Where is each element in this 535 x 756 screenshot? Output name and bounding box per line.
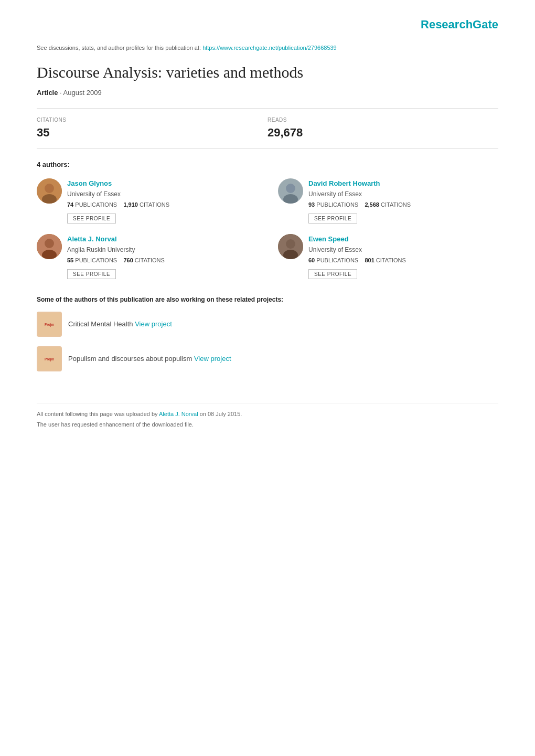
- footer-uploader-name[interactable]: Aletta J. Norval: [159, 411, 198, 417]
- article-type-line: Article · August 2009: [37, 88, 498, 98]
- reads-label: READS: [268, 116, 498, 124]
- brand-header: ResearchGate: [37, 10, 498, 44]
- author-stats-jason: 74 PUBLICATIONS 1,910 CITATIONS: [67, 200, 257, 209]
- see-profile-button-david[interactable]: SEE PROFILE: [308, 214, 357, 223]
- author-institution-ewen: University of Essex: [308, 245, 498, 254]
- project-thumbnail-2: Projm: [37, 346, 62, 371]
- author-name-david[interactable]: David Robert Howarth: [308, 178, 498, 189]
- author-card-ewen: Ewen Speed University of Essex 60 PUBLIC…: [278, 234, 498, 279]
- author-card-aletta: Aletta J. Norval Anglia Ruskin Universit…: [37, 234, 257, 279]
- related-projects-section: Some of the authors of this publication …: [37, 295, 498, 371]
- citations-value: 35: [37, 124, 268, 141]
- ewen-cit-count: 801: [365, 257, 374, 263]
- aletta-cit-count: 760: [123, 257, 133, 263]
- project-thumbnail-1: Projm: [37, 312, 62, 337]
- project-text-1: Critical Mental Health View project: [68, 319, 172, 329]
- meta-link-line: See discussions, stats, and author profi…: [37, 44, 498, 52]
- author-info-aletta: Aletta J. Norval Anglia Ruskin Universit…: [67, 234, 257, 279]
- author-name-ewen[interactable]: Ewen Speed: [308, 234, 498, 244]
- svg-text:Projm: Projm: [45, 323, 54, 327]
- svg-point-1: [45, 184, 54, 193]
- jason-cit-count: 1,910: [123, 201, 138, 208]
- aletta-pub-label: PUBLICATIONS: [75, 257, 117, 263]
- jason-pub-label: PUBLICATIONS: [75, 201, 117, 208]
- author-name-aletta[interactable]: Aletta J. Norval: [67, 234, 257, 244]
- article-type-label: Article: [37, 89, 58, 97]
- avatar-jason: [37, 178, 62, 204]
- meta-link-prefix: See discussions, stats, and author profi…: [37, 45, 201, 51]
- author-institution-aletta: Anglia Ruskin University: [67, 245, 257, 254]
- author-info-ewen: Ewen Speed University of Essex 60 PUBLIC…: [308, 234, 498, 279]
- footer-upload-prefix: All content following this page was uplo…: [37, 411, 158, 417]
- project-view-link-2[interactable]: View project: [194, 355, 231, 363]
- project-item-2: Projm Populism and discourses about popu…: [37, 346, 498, 371]
- citations-label: CITATIONS: [37, 116, 268, 124]
- related-projects-label: Some of the authors of this publication …: [37, 295, 498, 304]
- author-card-david: David Robert Howarth University of Essex…: [278, 178, 498, 223]
- project-text-2: Populism and discourses about populism V…: [68, 354, 231, 364]
- page-footer: All content following this page was uplo…: [37, 403, 498, 429]
- david-cit-count: 2,568: [365, 201, 379, 208]
- project-view-link-1[interactable]: View project: [135, 320, 172, 328]
- footer-upload-line: All content following this page was uplo…: [37, 410, 498, 419]
- david-pub-label: PUBLICATIONS: [316, 201, 358, 208]
- svg-point-7: [45, 239, 54, 248]
- citations-block: CITATIONS 35: [37, 116, 268, 141]
- author-stats-aletta: 55 PUBLICATIONS 760 CITATIONS: [67, 256, 257, 265]
- author-name-jason[interactable]: Jason Glynos: [67, 178, 257, 189]
- david-pub-count: 93: [308, 201, 315, 208]
- author-card-jason: Jason Glynos University of Essex 74 PUBL…: [37, 178, 257, 223]
- jason-pub-count: 74: [67, 201, 73, 208]
- avatar-ewen: [278, 234, 303, 259]
- svg-text:Projm: Projm: [45, 357, 54, 361]
- author-info-jason: Jason Glynos University of Essex 74 PUBL…: [67, 178, 257, 223]
- reads-block: READS 29,678: [268, 116, 498, 141]
- ewen-pub-label: PUBLICATIONS: [316, 257, 358, 263]
- see-profile-button-jason[interactable]: SEE PROFILE: [67, 214, 116, 223]
- svg-point-10: [286, 239, 295, 249]
- svg-point-4: [286, 184, 295, 193]
- footer-upload-date: on 08 July 2015.: [200, 411, 242, 417]
- author-institution-david: University of Essex: [308, 189, 498, 199]
- see-profile-button-ewen[interactable]: SEE PROFILE: [308, 269, 357, 279]
- reads-value: 29,678: [268, 124, 498, 141]
- page-wrapper: ResearchGate See discussions, stats, and…: [16, 0, 519, 463]
- aletta-pub-count: 55: [67, 257, 73, 263]
- aletta-cit-label: CITATIONS: [135, 257, 165, 263]
- footer-enhancement-line: The user has requested enhancement of th…: [37, 420, 498, 429]
- footer-enhancement-text: The user has requested enhancement of th…: [37, 421, 194, 428]
- project-name-1: Critical Mental Health: [68, 320, 133, 328]
- author-stats-ewen: 60 PUBLICATIONS 801 CITATIONS: [308, 256, 498, 265]
- author-institution-jason: University of Essex: [67, 189, 257, 199]
- author-info-david: David Robert Howarth University of Essex…: [308, 178, 498, 223]
- avatar-aletta: [37, 234, 62, 259]
- ewen-cit-label: CITATIONS: [376, 257, 406, 263]
- authors-grid: Jason Glynos University of Essex 74 PUBL…: [37, 178, 498, 279]
- publication-title: Discourse Analysis: varieties and method…: [37, 62, 498, 82]
- project-name-2: Populism and discourses about populism: [68, 355, 192, 363]
- jason-cit-label: CITATIONS: [140, 201, 169, 208]
- author-stats-david: 93 PUBLICATIONS 2,568 CITATIONS: [308, 200, 498, 209]
- ewen-pub-count: 60: [308, 257, 315, 263]
- authors-section-label: 4 authors:: [37, 159, 498, 170]
- david-cit-label: CITATIONS: [381, 201, 411, 208]
- meta-link-url[interactable]: https://www.researchgate.net/publication…: [202, 45, 337, 51]
- article-date: August 2009: [63, 89, 102, 97]
- brand-name: ResearchGate: [421, 18, 498, 31]
- stats-row: CITATIONS 35 READS 29,678: [37, 108, 498, 149]
- avatar-david: [278, 178, 303, 204]
- see-profile-button-aletta[interactable]: SEE PROFILE: [67, 269, 116, 279]
- project-item-1: Projm Critical Mental Health View projec…: [37, 312, 498, 337]
